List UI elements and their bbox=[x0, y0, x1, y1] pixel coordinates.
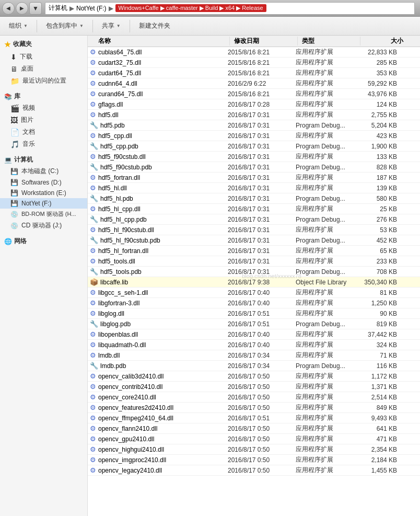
file-size-cell: 2,514 KB bbox=[354, 394, 401, 401]
sidebar-drive-j[interactable]: 💿 CD 驱动器 (J:) bbox=[0, 220, 87, 232]
file-type-cell: Program Debug... bbox=[291, 164, 354, 171]
table-row[interactable]: ⚙ hdf5_hl_cpp.dll 2016/8/17 0:31 应用程序扩展 … bbox=[88, 204, 420, 214]
new-folder-button[interactable]: 新建文件夹 bbox=[134, 19, 175, 33]
col-type-header[interactable]: 类型 bbox=[298, 37, 360, 45]
table-row[interactable]: ⚙ opencv_highgui2410.dll 2016/8/17 0:50 … bbox=[88, 444, 420, 455]
table-row[interactable]: ⚙ curand64_75.dll 2015/8/16 8:21 应用程序扩展 … bbox=[88, 89, 420, 99]
table-row[interactable]: ⚙ hdf5_cpp.dll 2016/8/17 0:31 应用程序扩展 423… bbox=[88, 131, 420, 141]
back-button[interactable]: ◀ bbox=[2, 2, 15, 15]
table-row[interactable]: ⚙ opencv_features2d2410.dll 2016/8/17 0:… bbox=[88, 403, 420, 413]
file-name-text: hdf5_f90cstub.pdb bbox=[100, 164, 152, 171]
sidebar-drive-f[interactable]: 💾 NotYet (F:) bbox=[0, 198, 87, 209]
table-row[interactable]: ⚙ libopenblas.dll 2016/8/17 0:40 应用程序扩展 … bbox=[88, 329, 420, 340]
col-name-header[interactable]: 名称 bbox=[94, 37, 230, 45]
table-row[interactable]: 🔧 libglog.pdb 2016/8/17 0:51 Program Deb… bbox=[88, 319, 420, 329]
col-date-header[interactable]: 修改日期 bbox=[230, 37, 298, 45]
document-icon: 📄 bbox=[10, 128, 19, 136]
table-row[interactable]: ⚙ hdf5_hl.dll 2016/8/17 0:31 应用程序扩展 139 … bbox=[88, 183, 420, 193]
file-name-text: hdf5_cpp.pdb bbox=[100, 143, 138, 150]
table-row[interactable]: ⚙ opencv_gpu2410.dll 2016/8/17 0:50 应用程序… bbox=[88, 434, 420, 444]
sidebar-item-desktop[interactable]: 🖥 桌面 bbox=[0, 63, 87, 75]
file-icon: ⚙ bbox=[90, 247, 96, 255]
col-size-header[interactable]: 大小 bbox=[360, 37, 407, 45]
table-row[interactable]: ⚙ gflags.dll 2016/8/17 0:28 应用程序扩展 124 K… bbox=[88, 99, 420, 110]
table-row[interactable]: 🔧 hdf5_hl_cpp.pdb 2016/8/17 0:31 Program… bbox=[88, 214, 420, 225]
favorites-header[interactable]: ★ 收藏夹 bbox=[0, 38, 87, 51]
share-arrow: ▼ bbox=[116, 24, 121, 28]
sidebar-item-music[interactable]: 🎵 音乐 bbox=[0, 138, 87, 150]
table-row[interactable]: 🔧 hdf5_hl.pdb 2016/8/17 0:31 Program Deb… bbox=[88, 193, 420, 204]
table-row[interactable]: ⚙ cublas64_75.dll 2015/8/16 8:21 应用程序扩展 … bbox=[88, 47, 420, 58]
include-button[interactable]: 包含到库中 ▼ bbox=[41, 19, 88, 33]
file-icon: ⚙ bbox=[90, 466, 96, 474]
table-row[interactable]: ⚙ hdf5.dll 2016/8/17 0:31 应用程序扩展 2,755 K… bbox=[88, 110, 420, 120]
file-name-cell: ⚙ hdf5_hl_fortran.dll bbox=[88, 247, 224, 255]
sidebar-item-download[interactable]: ⬇ 下载 bbox=[0, 51, 87, 63]
table-row[interactable]: ⚙ opencv_imgproc2410.dll 2016/8/17 0:50 … bbox=[88, 455, 420, 465]
table-row[interactable]: ⚙ libglog.dll 2016/8/17 0:51 应用程序扩展 90 K… bbox=[88, 308, 420, 319]
table-row[interactable]: ⚙ lmdb.dll 2016/8/17 0:34 应用程序扩展 71 KB bbox=[88, 350, 420, 361]
file-icon: 🔧 bbox=[90, 320, 98, 328]
drive-c-icon: 💾 bbox=[10, 168, 18, 175]
sidebar-item-video[interactable]: 🎬 视频 bbox=[0, 102, 87, 114]
up-button[interactable]: ▼ bbox=[29, 2, 42, 15]
file-icon: ⚙ bbox=[90, 205, 96, 213]
table-row[interactable]: 🔧 hdf5.pdb 2016/8/17 0:31 Program Debug.… bbox=[88, 120, 420, 131]
sidebar-drive-e[interactable]: 💾 Workstation (E:) bbox=[0, 188, 87, 198]
address-bar[interactable]: 计算机 ▶ NotYet (F:) ▶ Windows+Caffe ▶ caff… bbox=[45, 2, 415, 15]
sidebar-drive-h[interactable]: 💿 BD-ROM 驱动器 (H... bbox=[0, 209, 87, 220]
table-row[interactable]: ⚙ opencv_flann2410.dll 2016/8/17 0:50 应用… bbox=[88, 423, 420, 434]
table-row[interactable]: 🔧 lmdb.pdb 2016/8/17 0:34 Program Debug.… bbox=[88, 361, 420, 371]
table-row[interactable]: ⚙ opencv_contrib2410.dll 2016/8/17 0:50 … bbox=[88, 382, 420, 392]
file-size-cell: 5,204 KB bbox=[354, 122, 401, 129]
table-row[interactable]: 🔧 hdf5_hl_f90cstub.pdb 2016/8/17 0:31 Pr… bbox=[88, 235, 420, 246]
table-row[interactable]: 🔧 hdf5_tools.pdb 2016/8/17 0:31 Program … bbox=[88, 267, 420, 277]
table-row[interactable]: ⚙ libgfortran-3.dll 2016/8/17 0:40 应用程序扩… bbox=[88, 298, 420, 308]
file-date-cell: 2015/8/16 8:21 bbox=[224, 59, 291, 66]
file-name-text: lmdb.dll bbox=[98, 352, 120, 359]
table-row[interactable]: ⚙ cudart64_75.dll 2015/8/16 8:21 应用程序扩展 … bbox=[88, 68, 420, 78]
file-date-cell: 2016/8/17 0:28 bbox=[224, 101, 291, 108]
table-row[interactable]: 🔧 hdf5_f90cstub.pdb 2016/8/17 0:31 Progr… bbox=[88, 162, 420, 173]
star-icon: ★ bbox=[4, 40, 11, 49]
table-row[interactable]: ⚙ opencv_core2410.dll 2016/8/17 0:50 应用程… bbox=[88, 392, 420, 403]
table-row[interactable]: ⚙ hdf5_tools.dll 2016/8/17 0:31 应用程序扩展 2… bbox=[88, 256, 420, 267]
sidebar-item-document[interactable]: 📄 文档 bbox=[0, 126, 87, 138]
table-row[interactable]: ⚙ libgcc_s_seh-1.dll 2016/8/17 0:40 应用程序… bbox=[88, 288, 420, 298]
file-icon: 🔧 bbox=[90, 163, 98, 171]
table-row[interactable]: 📦 libcaffe.lib 2016/8/17 9:38 Object Fil… bbox=[88, 277, 420, 288]
file-name-text: cudnn64_4.dll bbox=[98, 80, 137, 87]
table-row[interactable]: ⚙ cudart32_75.dll 2015/8/16 8:21 应用程序扩展 … bbox=[88, 58, 420, 68]
table-row[interactable]: ⚙ opencv_ffmpeg2410_64.dll 2016/8/17 0:5… bbox=[88, 413, 420, 423]
addr-notyet: NotYet (F:) bbox=[76, 5, 107, 12]
forward-button[interactable]: ▶ bbox=[16, 2, 28, 15]
table-row[interactable]: ⚙ opencv_legacy2410.dll 2016/8/17 0:50 应… bbox=[88, 465, 420, 476]
file-name-cell: ⚙ libopenblas.dll bbox=[88, 330, 224, 338]
table-row[interactable]: ⚙ hdf5_fortran.dll 2016/8/17 0:31 应用程序扩展… bbox=[88, 173, 420, 183]
table-row[interactable]: ⚙ hdf5_f90cstub.dll 2016/8/17 0:31 应用程序扩… bbox=[88, 152, 420, 162]
table-row[interactable]: 🔧 hdf5_cpp.pdb 2016/8/17 0:31 Program De… bbox=[88, 141, 420, 152]
sidebar-item-picture[interactable]: 🖼 图片 bbox=[0, 114, 87, 126]
sidebar-item-recent[interactable]: 📁 最近访问的位置 bbox=[0, 75, 87, 87]
organize-button[interactable]: 组织 ▼ bbox=[4, 19, 32, 33]
network-header[interactable]: 🌐 网络 bbox=[0, 234, 87, 247]
file-name-cell: ⚙ hdf5_hl.dll bbox=[88, 184, 224, 192]
file-name-cell: ⚙ opencv_flann2410.dll bbox=[88, 425, 224, 432]
sidebar-drive-d[interactable]: 💾 Softwares (D:) bbox=[0, 177, 87, 188]
table-row[interactable]: ⚙ libquadmath-0.dll 2016/8/17 0:40 应用程序扩… bbox=[88, 340, 420, 350]
file-icon: ⚙ bbox=[90, 330, 96, 338]
drive-f-label: NotYet (F:) bbox=[21, 200, 52, 207]
table-row[interactable]: ⚙ cudnn64_4.dll 2016/2/9 6:22 应用程序扩展 59,… bbox=[88, 78, 420, 89]
library-header[interactable]: 📚 库 bbox=[0, 89, 87, 102]
sidebar-drive-c[interactable]: 💾 本地磁盘 (C:) bbox=[0, 165, 87, 177]
file-name-text: hdf5.pdb bbox=[100, 122, 125, 129]
addr-computer: 计算机 bbox=[49, 4, 67, 13]
table-row[interactable]: ⚙ hdf5_hl_f90cstub.dll 2016/8/17 0:31 应用… bbox=[88, 225, 420, 235]
share-button[interactable]: 共享 ▼ bbox=[97, 19, 125, 33]
download-label: 下载 bbox=[20, 52, 32, 61]
table-row[interactable]: ⚙ hdf5_hl_fortran.dll 2016/8/17 0:31 应用程… bbox=[88, 246, 420, 256]
file-size-cell: 37,442 KB bbox=[354, 331, 401, 338]
computer-header[interactable]: 💻 计算机 bbox=[0, 152, 87, 165]
table-row[interactable]: ⚙ opencv_calib3d2410.dll 2016/8/17 0:50 … bbox=[88, 371, 420, 382]
drive-h-icon: 💿 bbox=[10, 211, 18, 218]
